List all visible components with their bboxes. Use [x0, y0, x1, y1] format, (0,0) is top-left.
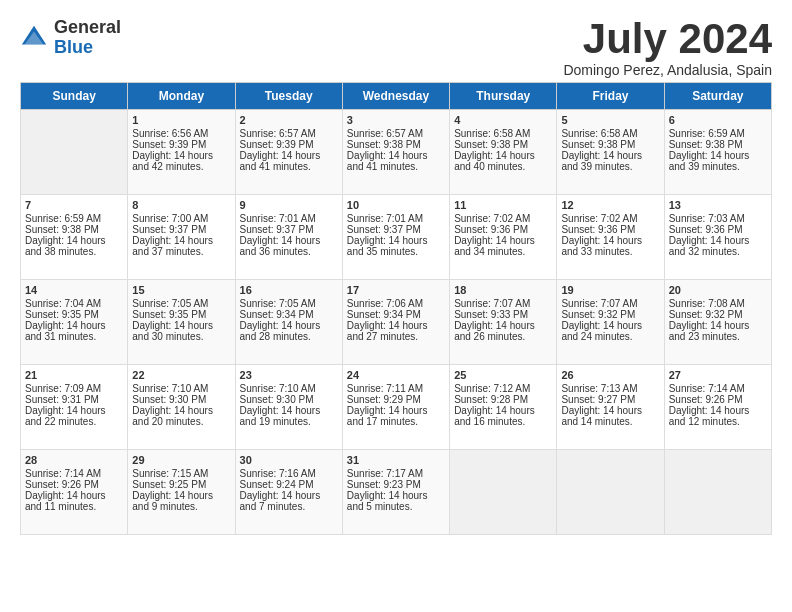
header-row: Sunday Monday Tuesday Wednesday Thursday… — [21, 83, 772, 110]
daylight-text: Daylight: 14 hours and 34 minutes. — [454, 235, 535, 257]
daylight-text: Daylight: 14 hours and 14 minutes. — [561, 405, 642, 427]
col-wednesday: Wednesday — [342, 83, 449, 110]
col-monday: Monday — [128, 83, 235, 110]
logo: General Blue — [20, 18, 121, 58]
sunrise-text: Sunrise: 7:14 AM — [25, 468, 101, 479]
week-row-4: 28Sunrise: 7:14 AMSunset: 9:26 PMDayligh… — [21, 450, 772, 535]
sunrise-text: Sunrise: 6:57 AM — [240, 128, 316, 139]
daylight-text: Daylight: 14 hours and 11 minutes. — [25, 490, 106, 512]
sunset-text: Sunset: 9:36 PM — [561, 224, 635, 235]
sunset-text: Sunset: 9:35 PM — [132, 309, 206, 320]
day-number: 13 — [669, 199, 767, 211]
sunset-text: Sunset: 9:35 PM — [25, 309, 99, 320]
day-cell: 29Sunrise: 7:15 AMSunset: 9:25 PMDayligh… — [128, 450, 235, 535]
day-number: 2 — [240, 114, 338, 126]
sunrise-text: Sunrise: 6:57 AM — [347, 128, 423, 139]
sunrise-text: Sunrise: 7:03 AM — [669, 213, 745, 224]
day-cell: 6Sunrise: 6:59 AMSunset: 9:38 PMDaylight… — [664, 110, 771, 195]
daylight-text: Daylight: 14 hours and 23 minutes. — [669, 320, 750, 342]
calendar-table: Sunday Monday Tuesday Wednesday Thursday… — [20, 82, 772, 535]
sunset-text: Sunset: 9:30 PM — [132, 394, 206, 405]
day-cell: 13Sunrise: 7:03 AMSunset: 9:36 PMDayligh… — [664, 195, 771, 280]
daylight-text: Daylight: 14 hours and 20 minutes. — [132, 405, 213, 427]
sunrise-text: Sunrise: 6:56 AM — [132, 128, 208, 139]
sunrise-text: Sunrise: 7:13 AM — [561, 383, 637, 394]
daylight-text: Daylight: 14 hours and 19 minutes. — [240, 405, 321, 427]
sunrise-text: Sunrise: 7:05 AM — [132, 298, 208, 309]
day-number: 10 — [347, 199, 445, 211]
title-block: July 2024 Domingo Perez, Andalusia, Spai… — [563, 18, 772, 78]
day-cell: 4Sunrise: 6:58 AMSunset: 9:38 PMDaylight… — [450, 110, 557, 195]
day-cell: 7Sunrise: 6:59 AMSunset: 9:38 PMDaylight… — [21, 195, 128, 280]
daylight-text: Daylight: 14 hours and 31 minutes. — [25, 320, 106, 342]
day-number: 1 — [132, 114, 230, 126]
daylight-text: Daylight: 14 hours and 39 minutes. — [561, 150, 642, 172]
day-cell: 25Sunrise: 7:12 AMSunset: 9:28 PMDayligh… — [450, 365, 557, 450]
day-number: 26 — [561, 369, 659, 381]
daylight-text: Daylight: 14 hours and 12 minutes. — [669, 405, 750, 427]
sunset-text: Sunset: 9:26 PM — [25, 479, 99, 490]
sunset-text: Sunset: 9:33 PM — [454, 309, 528, 320]
day-cell: 5Sunrise: 6:58 AMSunset: 9:38 PMDaylight… — [557, 110, 664, 195]
week-row-2: 14Sunrise: 7:04 AMSunset: 9:35 PMDayligh… — [21, 280, 772, 365]
day-cell: 22Sunrise: 7:10 AMSunset: 9:30 PMDayligh… — [128, 365, 235, 450]
sunrise-text: Sunrise: 7:16 AM — [240, 468, 316, 479]
sunset-text: Sunset: 9:38 PM — [669, 139, 743, 150]
col-thursday: Thursday — [450, 83, 557, 110]
day-number: 27 — [669, 369, 767, 381]
day-cell: 16Sunrise: 7:05 AMSunset: 9:34 PMDayligh… — [235, 280, 342, 365]
day-number: 14 — [25, 284, 123, 296]
day-number: 20 — [669, 284, 767, 296]
sunset-text: Sunset: 9:23 PM — [347, 479, 421, 490]
daylight-text: Daylight: 14 hours and 33 minutes. — [561, 235, 642, 257]
sunset-text: Sunset: 9:25 PM — [132, 479, 206, 490]
day-number: 12 — [561, 199, 659, 211]
day-cell: 15Sunrise: 7:05 AMSunset: 9:35 PMDayligh… — [128, 280, 235, 365]
week-row-0: 1Sunrise: 6:56 AMSunset: 9:39 PMDaylight… — [21, 110, 772, 195]
sunrise-text: Sunrise: 7:11 AM — [347, 383, 423, 394]
sunrise-text: Sunrise: 7:09 AM — [25, 383, 101, 394]
week-row-3: 21Sunrise: 7:09 AMSunset: 9:31 PMDayligh… — [21, 365, 772, 450]
day-cell — [21, 110, 128, 195]
sunrise-text: Sunrise: 7:05 AM — [240, 298, 316, 309]
sunset-text: Sunset: 9:28 PM — [454, 394, 528, 405]
daylight-text: Daylight: 14 hours and 41 minutes. — [347, 150, 428, 172]
sunset-text: Sunset: 9:26 PM — [669, 394, 743, 405]
logo-general-text: General — [54, 18, 121, 38]
sunrise-text: Sunrise: 7:01 AM — [240, 213, 316, 224]
logo-text: General Blue — [54, 18, 121, 58]
sunrise-text: Sunrise: 7:10 AM — [132, 383, 208, 394]
month-title: July 2024 — [563, 18, 772, 60]
day-number: 11 — [454, 199, 552, 211]
col-sunday: Sunday — [21, 83, 128, 110]
calendar-body: 1Sunrise: 6:56 AMSunset: 9:39 PMDaylight… — [21, 110, 772, 535]
day-cell: 20Sunrise: 7:08 AMSunset: 9:32 PMDayligh… — [664, 280, 771, 365]
day-cell: 27Sunrise: 7:14 AMSunset: 9:26 PMDayligh… — [664, 365, 771, 450]
daylight-text: Daylight: 14 hours and 30 minutes. — [132, 320, 213, 342]
day-cell: 14Sunrise: 7:04 AMSunset: 9:35 PMDayligh… — [21, 280, 128, 365]
sunrise-text: Sunrise: 7:10 AM — [240, 383, 316, 394]
sunrise-text: Sunrise: 6:59 AM — [669, 128, 745, 139]
col-tuesday: Tuesday — [235, 83, 342, 110]
day-number: 24 — [347, 369, 445, 381]
day-cell: 30Sunrise: 7:16 AMSunset: 9:24 PMDayligh… — [235, 450, 342, 535]
sunrise-text: Sunrise: 7:08 AM — [669, 298, 745, 309]
sunrise-text: Sunrise: 6:58 AM — [454, 128, 530, 139]
sunrise-text: Sunrise: 7:15 AM — [132, 468, 208, 479]
day-number: 19 — [561, 284, 659, 296]
sunrise-text: Sunrise: 7:02 AM — [561, 213, 637, 224]
day-cell: 8Sunrise: 7:00 AMSunset: 9:37 PMDaylight… — [128, 195, 235, 280]
sunrise-text: Sunrise: 7:14 AM — [669, 383, 745, 394]
sunset-text: Sunset: 9:34 PM — [240, 309, 314, 320]
sunrise-text: Sunrise: 7:07 AM — [561, 298, 637, 309]
day-number: 25 — [454, 369, 552, 381]
daylight-text: Daylight: 14 hours and 28 minutes. — [240, 320, 321, 342]
daylight-text: Daylight: 14 hours and 22 minutes. — [25, 405, 106, 427]
day-number: 3 — [347, 114, 445, 126]
sunset-text: Sunset: 9:37 PM — [240, 224, 314, 235]
day-cell: 9Sunrise: 7:01 AMSunset: 9:37 PMDaylight… — [235, 195, 342, 280]
day-cell: 26Sunrise: 7:13 AMSunset: 9:27 PMDayligh… — [557, 365, 664, 450]
logo-icon — [20, 24, 48, 52]
sunset-text: Sunset: 9:31 PM — [25, 394, 99, 405]
day-number: 8 — [132, 199, 230, 211]
